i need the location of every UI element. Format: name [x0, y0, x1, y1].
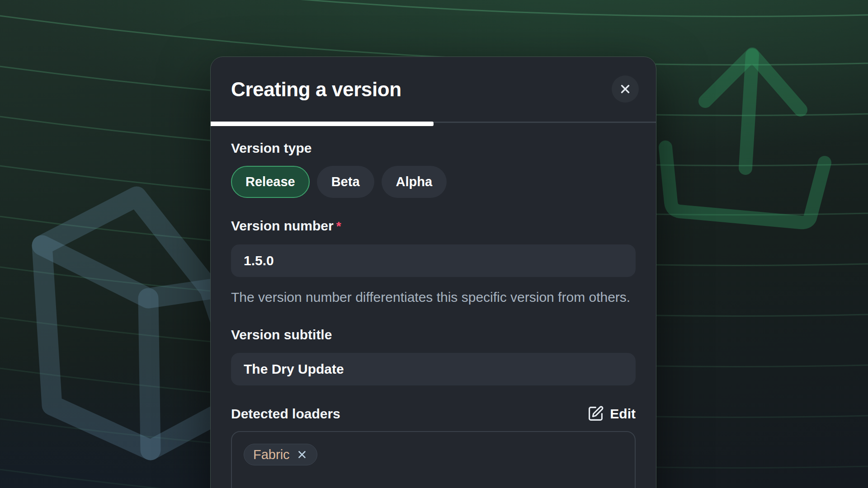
detected-loaders-label: Detected loaders [231, 406, 340, 422]
modal-body: Version type Release Beta Alpha Version … [211, 126, 656, 488]
version-subtitle-input[interactable] [231, 353, 636, 385]
version-subtitle-field: Version subtitle [231, 327, 636, 385]
detected-loaders-header: Detected loaders Edit [231, 405, 636, 422]
progress-fill [211, 122, 434, 126]
required-asterisk: * [336, 219, 341, 233]
version-number-label: Version number* [231, 218, 636, 235]
version-number-help: The version number differentiates this s… [231, 289, 633, 305]
loader-tag-label: Fabric [253, 447, 290, 462]
version-type-field: Version type Release Beta Alpha [231, 140, 636, 198]
close-button[interactable] [612, 75, 639, 103]
page-background: Creating a version Version type Release … [0, 0, 868, 488]
version-type-option-release[interactable]: Release [231, 166, 310, 198]
create-version-modal: Creating a version Version type Release … [210, 56, 656, 488]
version-type-option-alpha[interactable]: Alpha [382, 166, 447, 198]
loader-tag-fabric[interactable]: Fabric [244, 444, 317, 465]
edit-loaders-button[interactable]: Edit [587, 405, 636, 422]
progress-bar [211, 122, 656, 126]
modal-header: Creating a version [211, 57, 656, 122]
detected-loaders-field: Detected loaders Edit Fabric [231, 405, 636, 488]
version-subtitle-label: Version subtitle [231, 327, 636, 343]
close-icon [618, 82, 632, 96]
version-type-label: Version type [231, 140, 636, 156]
modal-title: Creating a version [231, 78, 401, 101]
version-number-input[interactable] [231, 244, 636, 277]
version-type-options: Release Beta Alpha [231, 166, 636, 198]
version-number-label-text: Version number [231, 218, 334, 233]
detected-loaders-box: Fabric [231, 431, 636, 488]
edit-icon [587, 405, 604, 422]
version-number-field: Version number* The version number diffe… [231, 218, 636, 305]
version-type-option-beta[interactable]: Beta [317, 166, 374, 198]
edit-loaders-label: Edit [610, 406, 636, 422]
remove-loader-icon[interactable] [296, 449, 308, 460]
